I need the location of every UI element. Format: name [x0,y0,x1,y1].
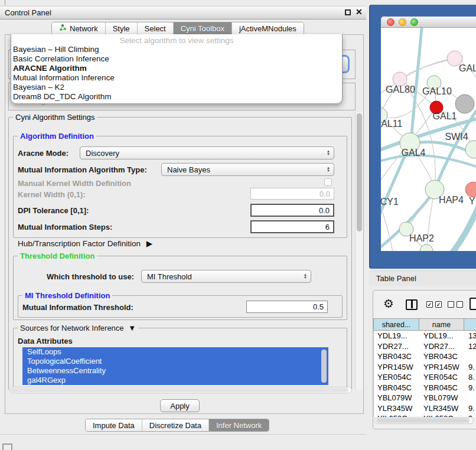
select-all-columns-icon[interactable]: ✓ ✓ [426,301,442,308]
zoom-traffic-light[interactable] [410,18,418,26]
table-hscrollbar[interactable] [374,417,474,424]
which-threshold-value: MI Threshold [147,272,304,281]
close-icon[interactable]: ✕ [356,8,363,16]
tab-jactivemnodules[interactable]: jActiveMNodules [232,22,304,34]
table-row[interactable]: YBR045CYBR045C9. [374,383,476,393]
control-panel-titlebar[interactable] [0,6,366,19]
sources-legend[interactable]: Sources for Network Inference ▼ [18,324,138,332]
table-cell: YBR043C [374,351,420,362]
which-threshold-combo[interactable]: MI Threshold ▲▼ [141,270,311,283]
settings-vscrollbar-thumb[interactable] [357,113,362,231]
table-row[interactable]: YPR145WYPR145W9. [374,362,476,373]
table-cell: YDL19... [374,331,420,341]
dpi-tolerance-label: DPI Tolerance [0,1]: [18,206,89,215]
tab-select[interactable]: Select [137,22,173,34]
table-body: YDL19...YDL19...13YDR27...YDR27...12YBR0… [373,331,476,417]
node-label: GAL11 [381,119,402,129]
network-node-y[interactable] [465,182,476,197]
table-cell: YDL19... [420,331,465,341]
sources-hscrollbar[interactable] [9,387,352,393]
algorithm-option[interactable]: Dream8 DC_TDC Algorithm [11,92,342,102]
minimize-traffic-light[interactable] [399,18,406,26]
attributes-scrollbar-thumb[interactable] [321,350,327,383]
hub-definition-toggle[interactable]: Hub/Transcription Factor Definition ▶ [18,239,152,248]
table-row[interactable]: YBR043CYBR043C [374,351,476,362]
mi-steps-field[interactable]: 6 [250,220,334,233]
table-row[interactable]: YDR27...YDR27...12 [374,341,476,352]
node-label: GAL80 [386,84,415,94]
column-header[interactable]: name [419,318,464,331]
table-cell: YER054C [420,372,465,383]
algorithm-option[interactable]: Basic Correlation Inference [11,54,342,64]
table-row[interactable]: YER054CYER054C8. [374,372,476,383]
table-cell: YER054C [374,372,420,383]
algorithm-option[interactable]: ARACNE Algorithm [11,64,342,73]
network-canvas[interactable]: GALGAL80GAL10GAL1GAL11GAL4SWI4GCY1HAP4YH… [381,28,476,251]
sources-legend-label: Sources for Network Inference [20,324,124,332]
tab-label: Discretize Data [149,421,201,430]
tab-style[interactable]: Style [105,22,137,34]
settings-vscrollbar[interactable] [355,112,363,390]
hub-definition-label: Hub/Transcription Factor Definition [18,239,141,248]
tab-label: jActiveMNodules [239,24,296,33]
tab-discretize-data[interactable]: Discretize Data [142,419,208,431]
tab-cyni-toolbox[interactable]: Cyni Toolbox [173,22,232,34]
table-row[interactable]: YLR345WYLR345W9. [374,403,476,414]
dpi-tolerance-field[interactable]: 0.0 [250,204,334,217]
tab-impute-data[interactable]: Impute Data [86,419,142,431]
float-window-icon[interactable] [345,9,351,15]
tab-infer-network[interactable]: Infer Network [208,419,269,431]
collapsed-panel-button[interactable] [2,444,12,450]
sources-hscrollbar-thumb[interactable] [11,388,348,392]
apply-button[interactable]: Apply [160,399,200,412]
algorithm-option[interactable]: Mutual Information Inference [11,73,342,83]
node-label: GAL10 [422,86,452,96]
table-cell: YPR145W [420,362,465,373]
split-divider [411,301,413,308]
algorithm-option[interactable]: Bayesian – K2 [11,83,342,92]
table-cell: YLR345W [374,403,420,414]
network-node[interactable] [420,244,433,251]
network-window[interactable]: GALGAL80GAL10GAL1GAL11GAL4SWI4GCY1HAP4YH… [381,17,476,251]
checked-checkbox-icon: ✓ [426,301,433,308]
table-cell [465,393,476,403]
table-row[interactable]: YBL079WYBL079W [374,393,476,403]
cyni-bottom-tabs: Impute DataDiscretize DataInfer Network [85,419,269,432]
aracne-mode-value: Discovery [86,149,327,158]
kernel-width-field[interactable]: 0.0 [250,188,334,200]
network-window-titlebar[interactable] [381,17,476,28]
collapsed-arrow-icon: ▶ [146,239,152,248]
algorithm-option[interactable]: Bayesian – Hill Climbing [11,45,342,54]
close-traffic-light[interactable] [387,18,395,26]
column-header[interactable]: A [464,318,476,331]
control-panel-tabs: NetworkStyleSelectCyni ToolboxjActiveMNo… [51,22,304,35]
column-header[interactable]: shared... [373,318,419,331]
attribute-item[interactable]: SelfLoops [22,347,328,357]
tab-label: Cyni Toolbox [181,24,224,33]
node-label: GAL1 [433,111,457,121]
deselect-all-columns-icon[interactable] [448,301,463,308]
threshold-definition-legend: Threshold Definition [18,252,97,260]
tab-network[interactable]: Network [52,22,105,34]
attribute-item[interactable]: gal4RGexp [22,376,328,385]
table-row[interactable]: YDL19...YDL19...13 [374,331,476,341]
new-table-icon[interactable] [470,298,476,310]
gear-icon[interactable]: ⚙ [383,298,394,309]
network-edge[interactable] [400,58,455,79]
aracne-mode-label: Aracne Mode: [18,149,69,158]
attribute-item[interactable]: BetweennessCentrality [22,366,328,376]
network-edge-strong[interactable] [381,155,476,168]
data-attributes-list[interactable]: SelfLoopsTopologicalCoefficientBetweenne… [22,347,328,386]
mi-threshold-field[interactable]: 0.5 [246,301,328,313]
mi-type-combo[interactable]: Naive Bayes ▲▼ [161,163,334,176]
unchecked-checkbox-icon [457,301,463,308]
manual-kernel-checkbox[interactable] [324,178,332,186]
table-cell: 12 [465,341,476,352]
split-columns-icon[interactable] [406,299,418,310]
attribute-item[interactable]: TopologicalCoefficient [22,357,328,366]
tab-label: Select [145,24,166,33]
table-hscrollbar-thumb[interactable] [376,418,470,423]
aracne-mode-combo[interactable]: Discovery ▲▼ [80,146,334,159]
network-node[interactable] [455,94,474,113]
network-node-swi4[interactable] [465,141,476,158]
